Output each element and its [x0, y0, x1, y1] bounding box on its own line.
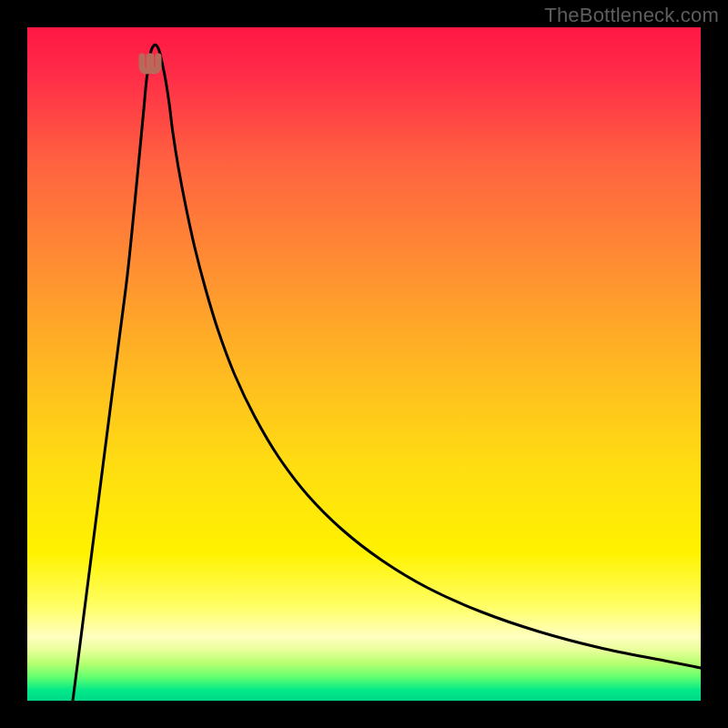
- curve-layer: [27, 27, 701, 701]
- optimum-markers: [142, 56, 158, 71]
- plot-area: [27, 27, 701, 701]
- bottleneck-curve: [73, 45, 701, 701]
- watermark-text: TheBottleneck.com: [544, 4, 719, 27]
- chart-frame: TheBottleneck.com: [0, 0, 728, 728]
